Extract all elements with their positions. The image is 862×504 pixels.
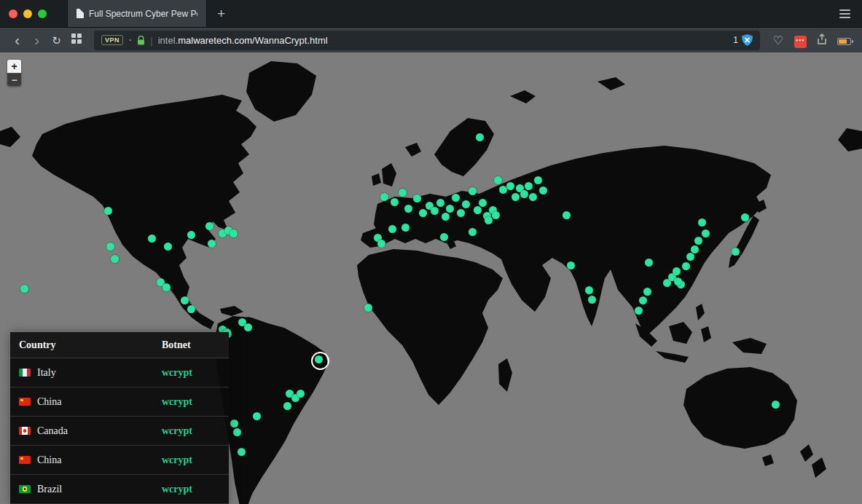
browser-tab[interactable]: Full Spectrum Cyber Pew Pew [67,0,207,27]
world-map[interactable]: + − Country Botnet ItalywcryptChinawcryp… [0,52,862,504]
infection-dot[interactable] [525,182,533,190]
infection-dot[interactable] [694,237,702,245]
menu-icon[interactable] [839,9,850,18]
infection-dot[interactable] [253,412,261,420]
back-button[interactable]: ‹ [7,31,27,50]
infection-dot[interactable] [474,206,482,214]
infection-dot[interactable] [244,323,252,331]
infection-dot[interactable] [452,194,460,202]
infection-dot[interactable] [413,194,421,202]
infection-dot[interactable] [297,390,305,398]
infection-dot[interactable] [639,296,647,304]
infection-dot[interactable] [436,199,444,207]
infection-dot-selected[interactable] [315,355,323,363]
infection-dot[interactable] [585,286,593,294]
infection-dot[interactable] [772,401,780,409]
url-bar[interactable]: VPN · | intel.malwaretech.com/WannaCrypt… [94,31,760,50]
infection-dot[interactable] [419,209,427,217]
forward-button[interactable]: › [27,31,47,50]
infection-dot[interactable] [492,211,500,219]
minimize-window-button[interactable] [23,9,32,18]
infection-dot[interactable] [187,231,195,239]
infection-dot[interactable] [380,193,388,201]
bookmark-heart-icon[interactable]: ♡ [767,34,789,47]
infection-dot[interactable] [446,205,454,213]
infection-dot[interactable] [440,233,448,241]
infection-dot[interactable] [702,229,710,237]
infection-dot[interactable] [442,213,450,221]
infection-dot[interactable] [506,182,514,190]
share-icon[interactable] [811,34,833,47]
infection-dot[interactable] [479,199,487,207]
infection-dot[interactable] [148,235,156,243]
infection-dot[interactable] [476,133,484,141]
infection-dot[interactable] [431,207,439,215]
infection-dot[interactable] [567,261,575,269]
infection-dot[interactable] [512,193,520,201]
infection-dot[interactable] [673,267,681,275]
infection-dot[interactable] [462,200,470,208]
infection-dot[interactable] [494,176,502,184]
infection-dot[interactable] [391,198,399,206]
infection-dot[interactable] [643,288,651,296]
infection-dot[interactable] [691,245,699,253]
zoom-out-button[interactable]: − [7,73,21,86]
infection-dot[interactable] [401,224,410,232]
infection-dot[interactable] [539,186,547,194]
infection-dot[interactable] [469,228,477,236]
vpn-badge[interactable]: VPN [101,35,123,45]
infection-dot[interactable] [520,190,528,198]
tab-grid-icon[interactable] [66,34,87,47]
infection-dot[interactable] [674,277,682,286]
infection-dot[interactable] [469,187,477,195]
lock-icon[interactable] [137,36,145,45]
infection-dot[interactable] [404,205,412,213]
infection-dot[interactable] [457,209,465,217]
infection-dot[interactable] [233,428,241,436]
infection-dot[interactable] [181,296,189,304]
infection-dot[interactable] [741,213,749,221]
infection-dot[interactable] [534,176,542,184]
infection-dot[interactable] [111,255,119,263]
infection-dot[interactable] [162,283,171,291]
infection-dot[interactable] [283,402,291,410]
infection-dot[interactable] [104,207,112,215]
infection-dot[interactable] [208,240,216,248]
infection-dot[interactable] [399,189,407,197]
infection-dot[interactable] [364,304,372,312]
infection-dot[interactable] [698,218,706,227]
tracker-blocker[interactable]: 1 [733,34,753,46]
adblock-icon[interactable]: ⋯ [789,33,811,48]
infection-dot[interactable] [732,248,740,256]
infection-dot[interactable] [106,243,114,251]
infection-dot[interactable] [499,186,507,194]
infection-dot[interactable] [230,420,238,428]
infection-dot[interactable] [485,216,493,224]
botnet-name: wcrypt [162,367,229,379]
infection-dot[interactable] [187,305,195,313]
table-row: Italywcrypt [10,358,229,387]
infection-dot[interactable] [230,229,238,237]
botnet-name: wcrypt [162,484,229,495]
battery-icon[interactable] [833,34,855,47]
country-name: Canada [37,425,68,437]
zoom-in-button[interactable]: + [7,60,21,73]
infection-dot[interactable] [635,307,643,315]
infection-dot[interactable] [238,448,246,456]
close-window-button[interactable] [9,9,17,18]
infection-dot[interactable] [563,211,571,219]
infection-dot[interactable] [588,296,596,304]
fullscreen-window-button[interactable] [38,9,47,18]
vpn-separator-dot: · [128,34,132,47]
reload-button[interactable]: ↻ [47,31,66,50]
infection-dot[interactable] [388,225,396,233]
infection-dot[interactable] [645,259,653,267]
infection-dot[interactable] [686,253,694,261]
infection-dot[interactable] [529,193,537,201]
infection-dot[interactable] [20,285,28,293]
infection-dot[interactable] [377,240,385,248]
new-tab-button[interactable]: + [217,7,225,20]
infection-dot[interactable] [205,222,213,230]
infection-dot[interactable] [164,243,172,251]
infection-dot[interactable] [682,262,690,270]
